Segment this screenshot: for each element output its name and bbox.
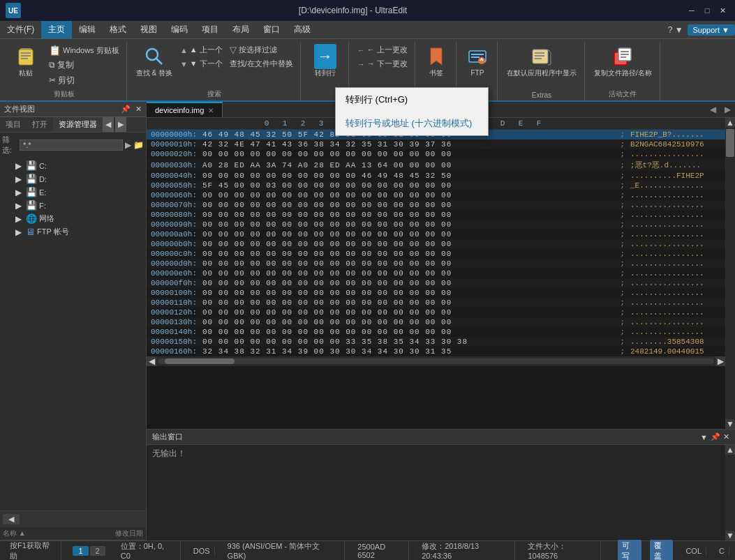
hex-row[interactable]: 00000010h: 42 32 4E 47 41 43 36 38 34 32…	[147, 139, 725, 149]
hex-row[interactable]: 00000080h: 00 00 00 00 00 00 00 00 00 00…	[147, 210, 725, 220]
h-scroll-thumb[interactable]	[165, 358, 235, 364]
filter-icon[interactable]: ▶	[125, 140, 131, 150]
hex-row[interactable]: 00000090h: 00 00 00 00 00 00 00 00 00 00…	[147, 220, 725, 229]
hex-row[interactable]: 000000b0h: 00 00 00 00 00 00 00 00 00 00…	[147, 239, 725, 249]
tab-project[interactable]: 项目	[0, 117, 27, 132]
v-scroll-thumb[interactable]	[726, 129, 734, 157]
hex-row[interactable]: 000000d0h: 00 00 00 00 00 00 00 00 00 00…	[147, 259, 725, 268]
minimize-button[interactable]: ─	[685, 3, 699, 17]
h-scroll-left[interactable]: ◀	[147, 356, 156, 366]
prev-change-button[interactable]: ← ← 上一更改	[355, 43, 410, 56]
hex-row[interactable]: 00000140h: 00 00 00 00 00 00 00 00 00 00…	[147, 327, 725, 337]
hex-row[interactable]: 00000060h: 00 00 00 00 00 00 00 00 00 00…	[147, 190, 725, 200]
encoding-badge[interactable]: DOS	[189, 546, 215, 556]
maximize-button[interactable]: □	[700, 3, 714, 17]
tree-item-c[interactable]: ▶ 💾 C:	[1, 159, 144, 172]
v-scrollbar[interactable]: ▲ ▼	[725, 118, 735, 429]
tab-open[interactable]: 打开	[27, 117, 53, 132]
folder-icon[interactable]: 📁	[133, 140, 144, 150]
hex-row[interactable]: 00000110h: 00 00 00 00 00 00 00 00 00 00…	[147, 298, 725, 308]
clipboard-sub-btn[interactable]: 📋 Windows 剪贴板	[46, 43, 122, 57]
tab-close-icon[interactable]: ✕	[208, 107, 214, 114]
panel-resize-handle[interactable]	[0, 505, 146, 510]
writable-badge[interactable]: 可写	[618, 540, 641, 561]
tree-item-ftp[interactable]: ▶ 🖥 FTP 帐号	[1, 225, 144, 239]
tree-item-e[interactable]: ▶ 💾 E:	[1, 186, 144, 199]
menu-home[interactable]: 主页	[41, 21, 72, 38]
hex-row[interactable]: 00000040h: 00 00 00 00 00 00 00 00 00 00…	[147, 171, 725, 181]
cut-button[interactable]: ✂ 剪切	[46, 73, 122, 88]
menu-edit[interactable]: 编辑	[72, 21, 103, 38]
hex-row[interactable]: 00000030h: A0 28 ED AA 3A 74 A0 28 ED AA…	[147, 159, 725, 171]
filepanel-close-icon[interactable]: ✕	[135, 105, 142, 113]
menu-encoding[interactable]: 编码	[164, 21, 195, 38]
support-button[interactable]: Support ▼	[688, 24, 735, 36]
tree-item-network[interactable]: ▶ 🌐 网络	[1, 212, 144, 225]
next-change-button[interactable]: → → 下一更改	[355, 57, 410, 70]
col-name[interactable]: 名称 ▲	[3, 529, 112, 538]
hex-row[interactable]: 000000f0h: 00 00 00 00 00 00 00 00 00 00…	[147, 278, 725, 288]
hex-row[interactable]: 000000c0h: 00 00 00 00 00 00 00 00 00 00…	[147, 249, 725, 259]
codepage-badge[interactable]: 936 (ANSI/OEM - 简体中文 GBK)	[223, 540, 346, 560]
copy-path-button[interactable]: 复制文件路径/名称	[591, 43, 655, 80]
hex-row[interactable]: 000000a0h: 00 00 00 00 00 00 00 00 00 00…	[147, 229, 725, 239]
h-scrollbar[interactable]: ◀ ▶	[147, 356, 725, 366]
tab-scroll-left[interactable]: ◀	[706, 105, 720, 114]
menu-advanced[interactable]: 高级	[287, 21, 318, 38]
hex-row[interactable]: 000000e0h: 00 00 00 00 00 00 00 00 00 00…	[147, 268, 725, 278]
bookmark-button[interactable]: 书签	[421, 43, 452, 80]
output-dropdown-icon[interactable]: ▼	[700, 433, 708, 441]
svg-rect-18	[621, 54, 629, 55]
menu-project[interactable]: 项目	[195, 21, 225, 38]
menu-layout[interactable]: 布局	[225, 21, 256, 38]
overwrite-badge[interactable]: 覆盖	[650, 540, 674, 561]
ftp-button[interactable]: FTP	[462, 43, 493, 80]
goto-line-item[interactable]: 转到行 (Ctrl+G)	[336, 88, 488, 112]
goto-button[interactable]: → 转到行	[306, 43, 344, 80]
output-pin-icon[interactable]: 📌	[711, 432, 720, 441]
explorer-forward[interactable]: ▶	[115, 117, 126, 132]
find-replace-button[interactable]: 查找 & 替换	[133, 43, 176, 80]
help-question[interactable]: ? ▼	[668, 25, 683, 35]
col-date[interactable]: 修改日期	[115, 529, 143, 538]
close-button[interactable]: ✕	[715, 3, 729, 17]
filter-input[interactable]	[20, 139, 123, 151]
page-tab-2[interactable]: 2	[90, 546, 105, 556]
output-scroll-down[interactable]: ▼	[725, 531, 735, 540]
pin-icon[interactable]: 📌	[121, 105, 131, 113]
hex-row[interactable]: 00000150h: 00 00 00 00 00 00 00 00 00 33…	[147, 337, 725, 347]
output-close-icon[interactable]: ✕	[723, 432, 729, 441]
filter-button[interactable]: ▽ 按选择过滤	[227, 43, 296, 56]
bottom-nav-btn[interactable]: ◀	[3, 514, 20, 524]
tree-item-f[interactable]: ▶ 💾 F:	[1, 199, 144, 212]
menu-format[interactable]: 格式	[103, 21, 133, 38]
v-scroll-down[interactable]: ▼	[725, 419, 735, 429]
hex-row[interactable]: 00000160h: 32 34 38 32 31 34 39 00 30 30…	[147, 347, 725, 356]
hex-row[interactable]: 00000100h: 00 00 00 00 00 00 00 00 00 00…	[147, 288, 725, 298]
v-scroll-up[interactable]: ▲	[725, 118, 735, 128]
prev-button[interactable]: ▲ ▲ 上一个	[177, 43, 225, 56]
editor-tab-deviceinfo[interactable]: deviceinfo.img ✕	[147, 102, 223, 117]
hex-row[interactable]: 00000020h: 00 00 00 00 00 00 00 00 00 00…	[147, 149, 725, 159]
goto-hex-item[interactable]: 转到行号或地址 (十六进制模式)	[336, 112, 488, 135]
hex-row[interactable]: 00000070h: 00 00 00 00 00 00 00 00 00 00…	[147, 200, 725, 210]
tab-scroll-right[interactable]: ▶	[720, 105, 735, 114]
find-in-files-button[interactable]: 查找/在文件中替换	[227, 57, 296, 70]
explorer-back[interactable]: ◀	[103, 117, 114, 132]
hex-bytes: 42 32 4E 47 41 43 36 38 34 32 35 31 30 3…	[202, 140, 617, 149]
next-button[interactable]: ▼ ▼ 下一个	[177, 57, 225, 70]
hex-row[interactable]: 00000120h: 00 00 00 00 00 00 00 00 00 00…	[147, 308, 725, 317]
tab-explorer[interactable]: 资源管理器	[53, 117, 103, 132]
tree-item-d[interactable]: ▶ 💾 D:	[1, 172, 144, 186]
show-in-app-button[interactable]: 在默认应用程序中显示	[503, 43, 580, 80]
menu-view[interactable]: 视图	[133, 21, 164, 38]
h-scroll-right[interactable]: ▶	[715, 356, 725, 366]
output-scroll-up[interactable]: ▲	[725, 445, 735, 455]
hex-row[interactable]: 00000050h: 5F 45 00 00 03 00 00 00 00 00…	[147, 181, 725, 190]
menu-window[interactable]: 窗口	[256, 21, 287, 38]
menu-file[interactable]: 文件(F)	[0, 21, 41, 38]
hex-row[interactable]: 00000130h: 00 00 00 00 00 00 00 00 00 00…	[147, 317, 725, 327]
page-tab-1[interactable]: 1	[73, 546, 88, 556]
copy-button[interactable]: ⧉ 复制	[46, 58, 122, 73]
paste-button[interactable]: 粘贴	[7, 43, 45, 80]
